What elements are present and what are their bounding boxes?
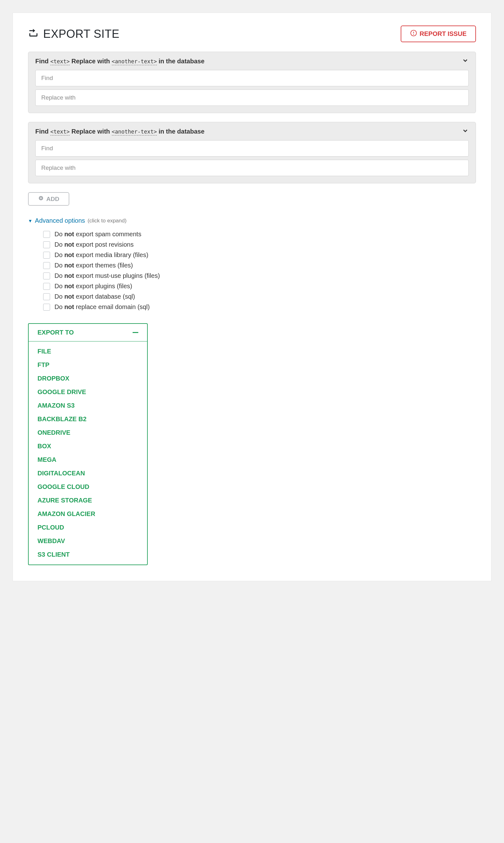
triangle-down-icon: ▼: [28, 218, 33, 223]
advanced-option-5[interactable]: Do not export plugins (files): [43, 283, 476, 290]
export-dest-google-drive[interactable]: GOOGLE DRIVE: [29, 385, 147, 399]
advanced-option-checkbox[interactable]: [43, 252, 50, 258]
advanced-option-checkbox[interactable]: [43, 304, 50, 311]
advanced-option-3[interactable]: Do not export themes (files): [43, 262, 476, 269]
advanced-option-label: Do not replace email domain (sql): [54, 303, 150, 311]
advanced-option-label: Do not export must-use plugins (files): [54, 272, 160, 280]
find-replace-title: Find <text> Replace with <another-text> …: [35, 58, 204, 65]
warning-icon: [410, 30, 417, 38]
advanced-option-checkbox[interactable]: [43, 293, 50, 300]
advanced-option-label: Do not export post revisions: [54, 241, 133, 248]
report-issue-button[interactable]: REPORT ISSUE: [401, 25, 476, 42]
minus-icon: [132, 332, 138, 333]
add-label: ADD: [46, 196, 59, 202]
advanced-option-4[interactable]: Do not export must-use plugins (files): [43, 272, 476, 280]
find-replace-header-2[interactable]: Find <text> Replace with <another-text> …: [35, 127, 469, 136]
export-dest-digitalocean[interactable]: DIGITALOCEAN: [29, 467, 147, 480]
replace-input-1[interactable]: [35, 89, 469, 106]
advanced-options-hint: (click to expand): [88, 218, 127, 224]
replace-input-2[interactable]: [35, 160, 469, 176]
export-dest-ftp[interactable]: FTP: [29, 358, 147, 372]
advanced-options-toggle[interactable]: ▼ Advanced options (click to expand): [28, 217, 476, 224]
export-dest-webdav[interactable]: WEBDAV: [29, 534, 147, 548]
export-to-label: EXPORT TO: [37, 329, 74, 336]
find-replace-title: Find <text> Replace with <another-text> …: [35, 128, 204, 135]
export-dest-amazon-s3[interactable]: AMAZON S3: [29, 399, 147, 412]
advanced-option-label: Do not export themes (files): [54, 262, 133, 269]
advanced-option-0[interactable]: Do not export spam comments: [43, 231, 476, 238]
advanced-option-7[interactable]: Do not replace email domain (sql): [43, 303, 476, 311]
export-dest-mega[interactable]: MEGA: [29, 453, 147, 467]
export-dest-azure-storage[interactable]: AZURE STORAGE: [29, 494, 147, 507]
find-input-1[interactable]: [35, 70, 469, 86]
panel-header: EXPORT SITE REPORT ISSUE: [28, 25, 476, 42]
report-issue-label: REPORT ISSUE: [419, 30, 467, 37]
advanced-option-label: Do not export database (sql): [54, 293, 135, 300]
advanced-option-2[interactable]: Do not export media library (files): [43, 251, 476, 258]
find-input-2[interactable]: [35, 140, 469, 157]
advanced-option-checkbox[interactable]: [43, 283, 50, 290]
plus-circle-icon: [38, 195, 44, 202]
export-dest-google-cloud[interactable]: GOOGLE CLOUD: [29, 480, 147, 494]
export-dest-onedrive[interactable]: ONEDRIVE: [29, 426, 147, 440]
find-replace-block-1: Find <text> Replace with <another-text> …: [28, 52, 476, 113]
find-replace-header-1[interactable]: Find <text> Replace with <another-text> …: [35, 57, 469, 66]
chevron-down-icon: [462, 57, 469, 66]
export-dest-backblaze-b2[interactable]: BACKBLAZE B2: [29, 412, 147, 426]
advanced-option-checkbox[interactable]: [43, 231, 50, 238]
advanced-option-1[interactable]: Do not export post revisions: [43, 241, 476, 248]
page-title: EXPORT SITE: [28, 27, 120, 41]
export-to-header[interactable]: EXPORT TO: [29, 324, 147, 341]
export-dest-s3-client[interactable]: S3 CLIENT: [29, 548, 147, 561]
export-icon: [28, 27, 39, 41]
export-dest-pcloud[interactable]: PCLOUD: [29, 521, 147, 534]
add-button[interactable]: ADD: [28, 192, 69, 206]
advanced-option-label: Do not export plugins (files): [54, 283, 132, 290]
advanced-options-list: Do not export spam commentsDo not export…: [28, 231, 476, 311]
advanced-option-label: Do not export spam comments: [54, 231, 141, 238]
export-dest-amazon-glacier[interactable]: AMAZON GLACIER: [29, 507, 147, 521]
export-dest-dropbox[interactable]: DROPBOX: [29, 372, 147, 385]
advanced-option-label: Do not export media library (files): [54, 251, 148, 258]
export-dest-file[interactable]: FILE: [29, 345, 147, 358]
export-to-menu: EXPORT TO FILEFTPDROPBOXGOOGLE DRIVEAMAZ…: [28, 323, 148, 565]
advanced-option-checkbox[interactable]: [43, 272, 50, 280]
svg-point-2: [414, 34, 414, 35]
advanced-option-6[interactable]: Do not export database (sql): [43, 293, 476, 300]
export-destination-list: FILEFTPDROPBOXGOOGLE DRIVEAMAZON S3BACKB…: [29, 341, 147, 564]
chevron-down-icon: [462, 127, 469, 136]
page-title-text: EXPORT SITE: [43, 28, 120, 41]
advanced-option-checkbox[interactable]: [43, 241, 50, 248]
find-replace-block-2: Find <text> Replace with <another-text> …: [28, 122, 476, 183]
export-site-panel: EXPORT SITE REPORT ISSUE Find <text> Rep…: [13, 13, 491, 581]
export-dest-box[interactable]: BOX: [29, 440, 147, 453]
advanced-options-label: Advanced options: [35, 217, 85, 224]
advanced-option-checkbox[interactable]: [43, 262, 50, 269]
